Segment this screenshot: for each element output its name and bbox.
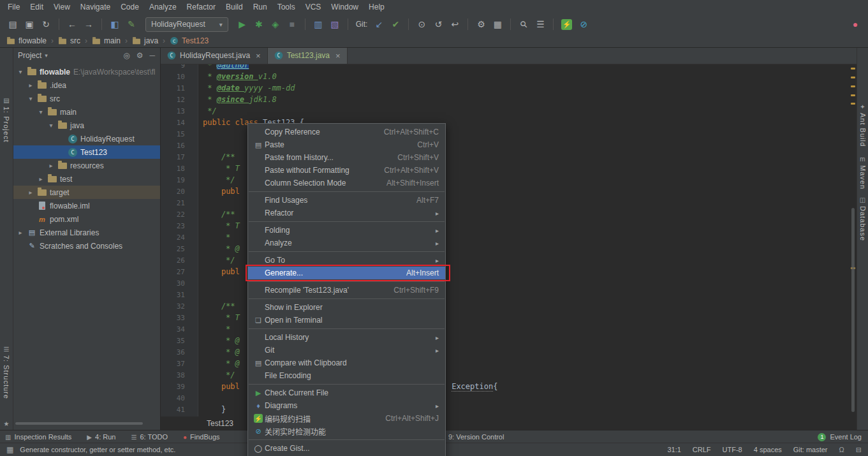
- tree-toggle-icon[interactable]: ▸: [37, 175, 45, 182]
- tool-button-structure[interactable]: ☰7: Structure: [0, 346, 13, 399]
- tree-item-test123[interactable]: CTest123: [13, 145, 160, 159]
- bell-icon[interactable]: Ω: [839, 446, 844, 453]
- context-item-analyze[interactable]: Analyze▸: [248, 237, 445, 249]
- context-item-open-in-terminal[interactable]: ❏Open in Terminal: [248, 314, 445, 327]
- tool-button-inspection-results[interactable]: ▥Inspection Results: [5, 433, 71, 441]
- tree-item-external-libraries[interactable]: ▸▤External Libraries: [13, 226, 160, 239]
- context-item-column-selection-mode[interactable]: Column Selection ModeAlt+Shift+Insert: [248, 177, 445, 189]
- tree-item-flowable[interactable]: ▾flowable E:\javaWorkspace\test\fl: [13, 65, 160, 78]
- editor-tab-holidayrequest-java[interactable]: CHolidayRequest.java×: [161, 47, 268, 64]
- context-item-code-guideline-scan[interactable]: ⚡编码规约扫描Ctrl+Alt+Shift+J: [248, 412, 445, 425]
- context-item-go-to[interactable]: Go To▸: [248, 254, 445, 267]
- menubar-item-navigate[interactable]: Navigate: [75, 0, 115, 14]
- tool-window-switcher-icon[interactable]: ▦: [6, 445, 13, 454]
- tree-item-test[interactable]: ▸test: [13, 172, 160, 186]
- context-item-git[interactable]: Git▸: [248, 344, 445, 357]
- context-item-check-current-file[interactable]: ▶Check Current File: [248, 386, 445, 399]
- record-icon[interactable]: ●: [848, 17, 863, 31]
- locate-icon[interactable]: ◎: [123, 51, 129, 60]
- menubar-item-window[interactable]: Window: [326, 0, 364, 14]
- context-item-disable-realtime-inspection[interactable]: ⊘关闭实时检测功能: [248, 425, 445, 438]
- debug-icon[interactable]: ✱: [251, 17, 267, 31]
- menubar-item-code[interactable]: Code: [115, 0, 144, 14]
- tree-toggle-icon[interactable]: ▾: [17, 68, 24, 75]
- profiler-icon[interactable]: ▥: [311, 17, 326, 31]
- tree-toggle-icon[interactable]: ▾: [47, 122, 55, 129]
- tree-toggle-icon[interactable]: ▸: [17, 229, 24, 236]
- update-project-icon[interactable]: ↙: [371, 17, 386, 31]
- tree-item-flowable-iml[interactable]: flowable.iml: [13, 199, 160, 212]
- close-tab-icon[interactable]: ×: [335, 52, 341, 60]
- status-caret-position[interactable]: 31:1: [667, 446, 680, 453]
- tree-toggle-icon[interactable]: ▸: [27, 82, 34, 89]
- breadcrumb-item-java[interactable]: java: [132, 36, 158, 45]
- event-log-button[interactable]: 1Event Log: [818, 433, 862, 441]
- rollback-icon[interactable]: ↺: [430, 17, 446, 31]
- tool-button-database[interactable]: ◫Database: [857, 196, 868, 241]
- context-item-create-gist[interactable]: ◯Create Gist...: [248, 442, 445, 455]
- context-item-copy-reference[interactable]: Copy ReferenceCtrl+Alt+Shift+C: [248, 126, 445, 138]
- tool-button-version-control[interactable]: 9: Version Control: [448, 433, 504, 441]
- editor-tab-test123-java[interactable]: CTest123.java×: [268, 47, 348, 64]
- context-item-refactor[interactable]: Refactor▸: [248, 207, 445, 219]
- context-item-show-in-explorer[interactable]: Show in Explorer: [248, 301, 445, 314]
- context-item-local-history[interactable]: Local History▸: [248, 331, 445, 344]
- status-git-branch[interactable]: Git: master: [793, 446, 828, 453]
- context-item-generate[interactable]: Generate...Alt+Insert: [248, 267, 445, 279]
- menubar-item-view[interactable]: View: [48, 0, 75, 14]
- open-icon[interactable]: ▤: [5, 17, 20, 31]
- gear-icon[interactable]: ⚙: [136, 51, 143, 60]
- tool-button-findbugs[interactable]: ●FindBugs: [183, 433, 220, 441]
- menubar-item-build[interactable]: Build: [221, 0, 248, 14]
- breadcrumb-item-flowable[interactable]: flowable: [6, 36, 47, 45]
- menubar-item-help[interactable]: Help: [364, 0, 390, 14]
- wrench-icon[interactable]: ⚙: [473, 17, 489, 31]
- tool-button-project[interactable]: ▤1: Project: [0, 97, 13, 142]
- toolbox-icon[interactable]: ▦: [490, 17, 505, 31]
- tree-item-main[interactable]: ▾main: [13, 105, 160, 119]
- context-item-recompile-test123-java[interactable]: Recompile 'Test123.java'Ctrl+Shift+F9: [248, 284, 445, 297]
- run-config-select[interactable]: HolidayRequest▾: [145, 17, 228, 32]
- tree-toggle-icon[interactable]: ▸: [47, 162, 55, 169]
- structure-view-icon[interactable]: ☰: [533, 17, 548, 31]
- menubar-item-refactor[interactable]: Refactor: [182, 0, 221, 14]
- breadcrumb-item-test123[interactable]: CTest123: [170, 36, 209, 45]
- tree-item-holidayrequest[interactable]: CHolidayRequest: [13, 132, 160, 145]
- search-icon[interactable]: ⚲: [513, 14, 534, 35]
- context-item-compare-with-clipboard[interactable]: ▤Compare with Clipboard: [248, 357, 445, 369]
- tree-item-pom-xml[interactable]: mpom.xml: [13, 212, 160, 226]
- status-line-separator[interactable]: CRLF: [693, 446, 711, 453]
- tree-item-src[interactable]: ▾src: [13, 92, 160, 105]
- menubar-item-tools[interactable]: Tools: [272, 0, 300, 14]
- run-icon[interactable]: ▶: [235, 17, 250, 31]
- tool-button-todo[interactable]: ☰6: TODO: [131, 433, 168, 441]
- project-view-select[interactable]: Project ▾: [18, 51, 48, 60]
- tool-button-maven[interactable]: mMaven: [857, 156, 868, 189]
- tree-toggle-icon[interactable]: ▾: [37, 108, 45, 115]
- tree-item-resources[interactable]: ▸resources: [13, 159, 160, 172]
- context-item-diagrams[interactable]: ♦Diagrams▸: [248, 399, 445, 412]
- layout-editor-icon[interactable]: ◧: [107, 17, 122, 31]
- commit-icon[interactable]: ✔: [388, 17, 403, 31]
- hide-panel-icon[interactable]: ─: [149, 51, 155, 60]
- undo-icon[interactable]: ↩: [447, 17, 462, 31]
- status-indent[interactable]: 4 spaces: [754, 446, 782, 453]
- context-item-paste-without-formatting[interactable]: Paste without FormattingCtrl+Alt+Shift+V: [248, 164, 445, 177]
- ui-designer-icon[interactable]: ✎: [124, 17, 139, 31]
- save-icon[interactable]: ▣: [22, 17, 37, 31]
- tree-item-target[interactable]: ▸target: [13, 186, 160, 199]
- realtime-inspection-off-icon[interactable]: ⊘: [576, 17, 591, 31]
- menubar-item-edit[interactable]: Edit: [25, 0, 48, 14]
- tree-item-java[interactable]: ▾java: [13, 119, 160, 132]
- context-item-file-encoding[interactable]: File Encoding: [248, 369, 445, 382]
- context-item-paste[interactable]: ▤PasteCtrl+V: [248, 138, 445, 151]
- breadcrumb-item-main[interactable]: main: [92, 36, 121, 45]
- tool-button-run[interactable]: ▶4: Run: [87, 433, 115, 441]
- tree-toggle-icon[interactable]: ▾: [27, 95, 34, 102]
- back-icon[interactable]: ←: [64, 17, 80, 31]
- menubar-item-run[interactable]: Run: [248, 0, 272, 14]
- status-encoding[interactable]: UTF-8: [723, 446, 742, 453]
- scrollbar-thumb[interactable]: [851, 208, 855, 412]
- code-guideline-scan-icon[interactable]: ⚡: [561, 19, 572, 30]
- context-item-find-usages[interactable]: Find UsagesAlt+F7: [248, 194, 445, 207]
